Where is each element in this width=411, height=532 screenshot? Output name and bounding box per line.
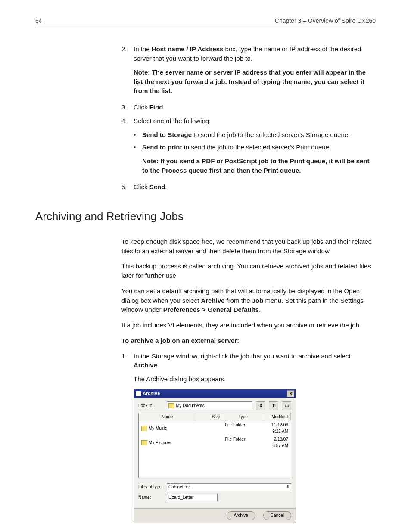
step-number: 4. (121, 116, 134, 126)
col-name[interactable]: Name (139, 413, 196, 421)
subheading: To archive a job on an external server: (121, 336, 376, 345)
look-in-field[interactable]: My Documents (167, 401, 252, 410)
chevron-updown-icon: ⇕ (286, 484, 290, 491)
step-number: 5. (121, 182, 134, 192)
note-block: Note: The server name or server IP addre… (134, 68, 376, 96)
dialog-title-text: Archive (143, 390, 160, 397)
dialog-icon (136, 391, 141, 396)
step-text: In the Host name / IP Address box, type … (134, 44, 376, 63)
file-list[interactable]: Name Size Type Modified My Music File Fo… (138, 413, 291, 478)
bullet-text: Send to print to send the job to the sel… (142, 143, 376, 152)
content-area: 2. In the Host name / IP Address box, ty… (121, 44, 376, 191)
paragraph: You can set a default archiving path tha… (121, 286, 376, 314)
step-text: Click Find. (134, 103, 376, 112)
bullet-dot: • (134, 130, 142, 140)
close-icon[interactable]: ✕ (287, 390, 294, 397)
step-text: Click Send. (134, 182, 376, 192)
paragraph: This backup process is called archiving.… (121, 261, 376, 280)
chapter-title: Chapter 3 – Overview of Spire CX260 (275, 16, 376, 25)
col-modified[interactable]: Modified (263, 413, 291, 421)
col-size[interactable]: Size (196, 413, 223, 421)
dialog-titlebar: Archive ✕ (134, 389, 296, 398)
step-number: 3. (121, 103, 134, 112)
paragraph: If a job includes VI elements, they are … (121, 320, 376, 330)
note-block: Note: If you send a PDF or PostScript jo… (142, 156, 376, 175)
step-number: 1. (121, 352, 134, 384)
folder-icon (141, 440, 147, 445)
running-header: 64 Chapter 3 – Overview of Spire CX260 (35, 16, 376, 27)
bullet-text: Send to Storage to send the job to the s… (142, 130, 376, 140)
filename-label: Name: (138, 495, 163, 501)
files-of-type-label: Files of type: (138, 484, 163, 491)
list-item[interactable]: My Pictures File Folder 2/18/07 6:57 AM (139, 436, 291, 450)
bullet-dot: • (134, 143, 142, 152)
dropdown-button[interactable]: ⇕ (256, 401, 265, 410)
filename-input[interactable]: Lizard_Letter (167, 494, 218, 501)
folder-icon (141, 426, 147, 431)
archive-button[interactable]: Archive (227, 511, 255, 520)
file-list-header: Name Size Type Modified (139, 413, 291, 422)
cancel-button[interactable]: Cancel (263, 511, 291, 520)
look-in-label: Look in: (138, 403, 163, 409)
step-number: 2. (121, 44, 134, 63)
step-text: Select one of the following: (134, 116, 376, 126)
files-of-type-select[interactable]: Cabinet file ⇕ (167, 483, 291, 491)
up-folder-button[interactable]: ⬆ (269, 401, 278, 410)
folder-icon (168, 403, 174, 408)
archive-dialog: Archive ✕ Look in: My Documents ⇕ ⬆ ▭ (134, 389, 296, 523)
col-type[interactable]: Type (223, 413, 263, 421)
list-item[interactable]: My Music File Folder 11/12/06 9:22 AM (139, 421, 291, 436)
section-heading: Archiving and Retrieving Jobs (35, 208, 376, 225)
step-text: In the Storage window, right-click the j… (134, 352, 376, 384)
new-folder-button[interactable]: ▭ (282, 401, 291, 410)
paragraph: To keep enough disk space free, we recom… (121, 237, 376, 256)
page-number: 64 (35, 16, 42, 25)
